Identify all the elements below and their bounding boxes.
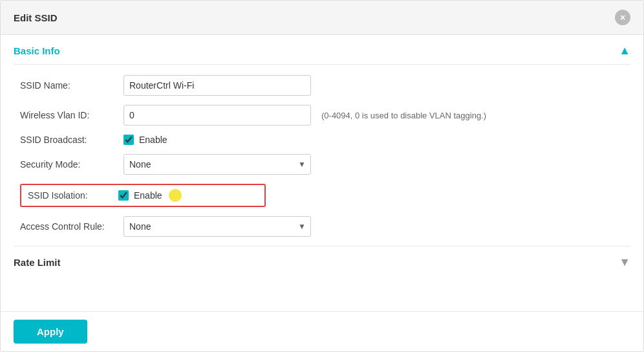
dialog-body: Basic Info ▲ SSID Name: Wireless Vlan ID… (1, 35, 643, 311)
ssid-isolation-checkbox-group: Enable (118, 190, 162, 201)
ssid-isolation-row: SSID Isolation: Enable (20, 184, 266, 207)
rate-limit-header: Rate Limit ▼ (14, 247, 630, 276)
dialog-header: Edit SSID × (1, 1, 643, 35)
basic-info-toggle-icon[interactable]: ▲ (619, 44, 630, 58)
close-button[interactable]: × (615, 10, 630, 25)
access-control-row: Access Control Rule: None Allow Deny ▼ (14, 216, 630, 237)
security-mode-select[interactable]: None WPA2 WPA3 (123, 154, 311, 175)
rate-limit-section: Rate Limit ▼ (14, 246, 630, 276)
vlan-id-row: Wireless Vlan ID: (0-4094, 0 is used to … (14, 105, 630, 126)
ssid-isolation-container: SSID Isolation: Enable (14, 184, 630, 207)
security-mode-select-wrapper: None WPA2 WPA3 ▼ (123, 154, 311, 175)
cursor-indicator (169, 189, 182, 202)
edit-ssid-dialog: Edit SSID × Basic Info ▲ SSID Name: Wire… (0, 0, 644, 352)
ssid-broadcast-row: SSID Broadcast: Enable (14, 135, 630, 145)
basic-info-section-header: Basic Info ▲ (14, 35, 630, 65)
ssid-isolation-checkbox[interactable] (118, 190, 129, 201)
basic-info-title: Basic Info (14, 45, 60, 56)
vlan-id-hint: (0-4094, 0 is used to disable VLAN taggi… (321, 111, 486, 120)
rate-limit-toggle-icon[interactable]: ▼ (619, 256, 630, 269)
security-mode-label: Security Mode: (20, 159, 123, 170)
ssid-broadcast-label: SSID Broadcast: (20, 135, 123, 145)
rate-limit-title: Rate Limit (14, 257, 61, 268)
dialog-title: Edit SSID (14, 12, 58, 23)
access-control-select[interactable]: None Allow Deny (123, 216, 311, 237)
vlan-id-input[interactable] (123, 105, 311, 126)
access-control-select-wrapper: None Allow Deny ▼ (123, 216, 311, 237)
apply-button[interactable]: Apply (14, 320, 87, 344)
ssid-broadcast-checkbox[interactable] (123, 135, 134, 145)
ssid-broadcast-checkbox-group: Enable (123, 135, 167, 145)
ssid-isolation-checkbox-label: Enable (134, 190, 162, 201)
access-control-label: Access Control Rule: (20, 221, 123, 232)
ssid-name-label: SSID Name: (20, 80, 123, 91)
ssid-name-row: SSID Name: (14, 75, 630, 96)
security-mode-row: Security Mode: None WPA2 WPA3 ▼ (14, 154, 630, 175)
ssid-name-input[interactable] (123, 75, 311, 96)
ssid-isolation-label: SSID Isolation: (28, 190, 118, 201)
ssid-broadcast-checkbox-label: Enable (139, 135, 167, 145)
dialog-footer: Apply (1, 311, 643, 351)
vlan-id-label: Wireless Vlan ID: (20, 110, 123, 120)
